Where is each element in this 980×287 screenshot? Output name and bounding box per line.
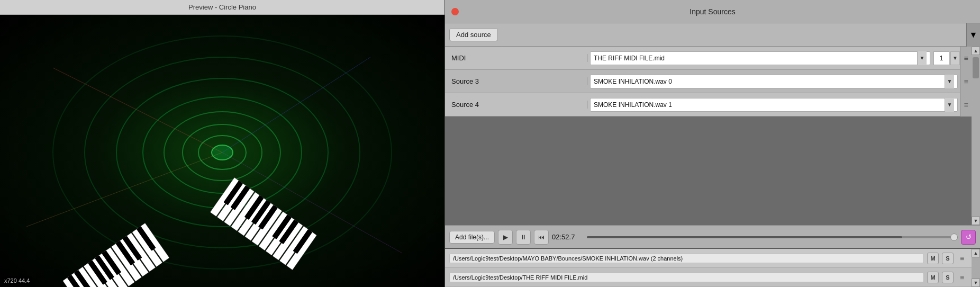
source-menu-button-2[interactable]: ≡	[960, 93, 972, 116]
file-mute-button-0[interactable]: M	[927, 253, 939, 264]
file-row-0: /Users/Logic9test/Desktop/MAYO BABY/Boun…	[445, 249, 972, 268]
preview-panel: Preview - Circle Piano	[0, 0, 444, 287]
file-mute-button-1[interactable]: M	[927, 272, 939, 283]
svg-line-9	[222, 57, 370, 153]
source-file-dropdown-0[interactable]: THE RIFF MIDI FILE.mid▼	[590, 51, 930, 65]
close-button[interactable]	[451, 8, 459, 15]
preview-title-bar: Preview - Circle Piano	[0, 0, 444, 15]
file-list-scroll: /Users/Logic9test/Desktop/MAYO BABY/Boun…	[445, 249, 980, 287]
file-menu-button-0[interactable]: ≡	[957, 249, 967, 268]
file-scroll-up-button[interactable]: ▲	[972, 249, 980, 257]
titlebar: Input Sources	[445, 0, 980, 23]
file-scroll-down-button[interactable]: ▼	[972, 279, 980, 287]
source-menu-button-0[interactable]: ≡	[960, 47, 972, 70]
sources-scroll-area: MIDITHE RIFF MIDI FILE.mid▼1▼≡Source 3SM…	[445, 47, 980, 225]
channel-dropdown-0[interactable]: ▼	[950, 51, 960, 65]
add-source-button[interactable]: Add source	[449, 28, 498, 41]
file-solo-button-0[interactable]: S	[942, 253, 954, 264]
source-file-dropdown-2[interactable]: SMOKE INHILATION.wav 1▼	[590, 98, 958, 112]
preview-canvas: x720 44.4	[0, 15, 444, 287]
svg-line-10	[26, 153, 222, 227]
sources-scrollbar: ▲ ▼	[972, 47, 980, 225]
file-list-section: /Users/Logic9test/Desktop/MAYO BABY/Boun…	[445, 248, 980, 287]
progress-thumb[interactable]	[950, 234, 958, 241]
loop-button[interactable]: ↺	[961, 230, 976, 245]
window-title: Input Sources	[689, 7, 735, 16]
file-list-content: /Users/Logic9test/Desktop/MAYO BABY/Boun…	[445, 249, 972, 287]
source-name-2: Source 4	[445, 101, 588, 109]
scroll-down-button[interactable]: ▼	[972, 217, 980, 225]
rewind-button[interactable]: ⏮	[534, 230, 549, 245]
progress-track[interactable]	[587, 236, 958, 238]
sources-toolbar: Add source ▼	[445, 23, 980, 47]
source-file-dropdown-arrow-2[interactable]: ▼	[945, 98, 954, 112]
input-sources-panel: Input Sources Add source ▼ MIDITHE RIFF …	[444, 0, 980, 287]
glow-rings	[0, 15, 444, 287]
source-file-dropdown-arrow-1[interactable]: ▼	[945, 75, 954, 88]
add-files-button[interactable]: Add file(s)...	[449, 231, 495, 244]
source-file-text-2: SMOKE INHILATION.wav 1	[594, 101, 943, 109]
pause-button[interactable]: ⏸	[516, 230, 531, 245]
file-path-0: /Users/Logic9test/Desktop/MAYO BABY/Boun…	[449, 254, 924, 263]
source-row: MIDITHE RIFF MIDI FILE.mid▼1▼≡	[445, 47, 972, 70]
playback-bar: Add file(s)... ▶ ⏸ ⏮ 02:52.7 ↺	[445, 225, 980, 248]
preview-title: Preview - Circle Piano	[188, 3, 256, 11]
source-name-0: MIDI	[445, 54, 588, 62]
sources-content: MIDITHE RIFF MIDI FILE.mid▼1▼≡Source 3SM…	[445, 47, 972, 225]
time-display: 02:52.7	[552, 233, 584, 241]
source-file-text-1: SMOKE INHILATION.wav 0	[594, 78, 943, 85]
scroll-up-button[interactable]: ▲	[972, 47, 980, 55]
progress-fill	[587, 236, 902, 238]
source-file-dropdown-1[interactable]: SMOKE INHILATION.wav 0▼	[590, 75, 958, 88]
source-menu-button-1[interactable]: ≡	[960, 70, 972, 93]
source-row: Source 4SMOKE INHILATION.wav 1▼≡	[445, 93, 972, 116]
file-row-1: /Users/Logic9test/Desktop/THE RIFF MIDI …	[445, 268, 972, 287]
file-path-1: /Users/Logic9test/Desktop/THE RIFF MIDI …	[449, 273, 924, 282]
file-solo-button-1[interactable]: S	[942, 272, 954, 283]
source-name-1: Source 3	[445, 77, 588, 85]
source-file-text-0: THE RIFF MIDI FILE.mid	[594, 55, 916, 62]
preview-info: x720 44.4	[2, 276, 32, 285]
source-file-dropdown-arrow-0[interactable]: ▼	[917, 51, 927, 65]
file-list-scrollbar: ▲ ▼	[972, 249, 980, 287]
source-row: Source 3SMOKE INHILATION.wav 0▼≡	[445, 70, 972, 93]
file-menu-button-1[interactable]: ≡	[957, 268, 967, 287]
scroll-thumb[interactable]	[973, 57, 979, 78]
toolbar-dropdown-button[interactable]: ▼	[966, 23, 980, 47]
play-button[interactable]: ▶	[498, 230, 513, 245]
channel-number-0: 1	[933, 51, 949, 65]
